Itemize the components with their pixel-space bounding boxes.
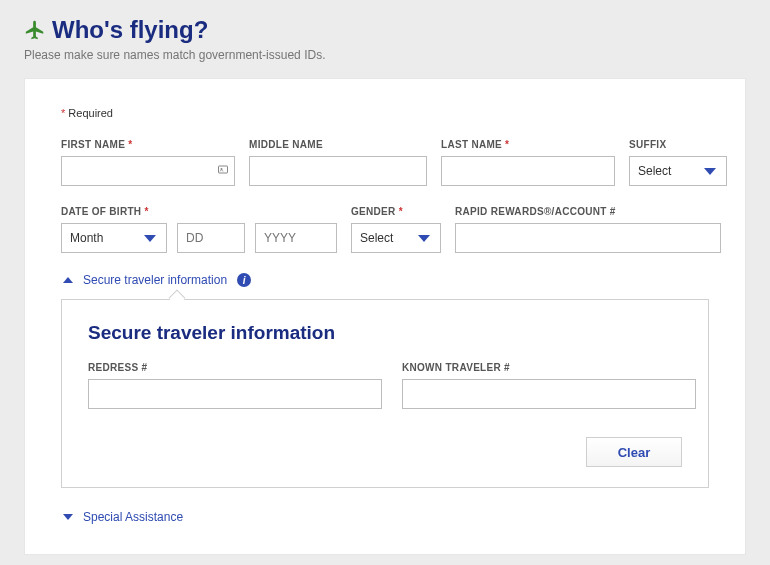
info-icon[interactable]: i xyxy=(237,273,251,287)
dob-day-input[interactable] xyxy=(177,223,245,253)
required-note: * Required xyxy=(61,107,709,119)
suffix-field: SUFFIX Select xyxy=(629,139,727,186)
chevron-down-icon xyxy=(63,514,73,520)
suffix-select-text: Select xyxy=(638,164,671,178)
chevron-down-icon xyxy=(704,168,716,175)
special-assistance-label: Special Assistance xyxy=(83,510,183,524)
secure-traveler-panel: Secure traveler information REDRESS # KN… xyxy=(61,299,709,488)
secure-traveler-panel-wrap: Secure traveler information REDRESS # KN… xyxy=(61,299,709,488)
suffix-label: SUFFIX xyxy=(629,139,727,150)
middle-name-input[interactable] xyxy=(249,156,427,186)
known-traveler-field: KNOWN TRAVELER # xyxy=(402,362,696,409)
dob-month-select[interactable]: Month xyxy=(61,223,167,253)
secure-traveler-row: REDRESS # KNOWN TRAVELER # xyxy=(88,362,682,409)
page-subtitle: Please make sure names match government-… xyxy=(24,48,746,62)
required-text: Required xyxy=(65,107,113,119)
redress-input[interactable] xyxy=(88,379,382,409)
first-name-input[interactable] xyxy=(61,156,235,186)
rapid-rewards-label: RAPID REWARDS®/ACCOUNT # xyxy=(455,206,721,217)
dob-label: DATE OF BIRTH * xyxy=(61,206,337,217)
first-name-field: FIRST NAME * xyxy=(61,139,235,186)
gender-field: GENDER * Select xyxy=(351,206,441,253)
rapid-rewards-field: RAPID REWARDS®/ACCOUNT # xyxy=(455,206,721,253)
first-name-label: FIRST NAME * xyxy=(61,139,235,150)
dob-field: DATE OF BIRTH * Month xyxy=(61,206,337,253)
dob-month-text: Month xyxy=(70,231,103,245)
known-traveler-label: KNOWN TRAVELER # xyxy=(402,362,696,373)
last-name-label: LAST NAME * xyxy=(441,139,615,150)
svg-rect-0 xyxy=(219,166,228,173)
suffix-select[interactable]: Select xyxy=(629,156,727,186)
secure-traveler-title: Secure traveler information xyxy=(88,322,682,344)
special-assistance-toggle[interactable]: Special Assistance xyxy=(61,510,709,524)
secure-traveler-toggle-label: Secure traveler information xyxy=(83,273,227,287)
last-name-field: LAST NAME * xyxy=(441,139,615,186)
dob-year-input[interactable] xyxy=(255,223,337,253)
contact-card-icon xyxy=(217,164,229,179)
gender-label: GENDER * xyxy=(351,206,441,217)
chevron-up-icon xyxy=(63,277,73,283)
clear-button[interactable]: Clear xyxy=(586,437,682,467)
chevron-down-icon xyxy=(418,235,430,242)
redress-field: REDRESS # xyxy=(88,362,382,409)
name-row: FIRST NAME * MIDDLE NAME LAST NAME * SUF… xyxy=(61,139,709,186)
last-name-input[interactable] xyxy=(441,156,615,186)
chevron-down-icon xyxy=(144,235,156,242)
rapid-rewards-input[interactable] xyxy=(455,223,721,253)
secure-panel-footer: Clear xyxy=(88,437,682,467)
form-card: * Required FIRST NAME * MIDDLE NAME LAST… xyxy=(24,78,746,555)
gender-select-text: Select xyxy=(360,231,393,245)
airplane-icon xyxy=(24,19,46,41)
gender-select[interactable]: Select xyxy=(351,223,441,253)
page-header: Who's flying? xyxy=(24,16,746,44)
known-traveler-input[interactable] xyxy=(402,379,696,409)
middle-name-label: MIDDLE NAME xyxy=(249,139,427,150)
secure-traveler-toggle[interactable]: Secure traveler information i xyxy=(61,273,709,287)
redress-label: REDRESS # xyxy=(88,362,382,373)
middle-name-field: MIDDLE NAME xyxy=(249,139,427,186)
details-row: DATE OF BIRTH * Month GENDER * Select RA… xyxy=(61,206,709,253)
page-title: Who's flying? xyxy=(52,16,208,44)
